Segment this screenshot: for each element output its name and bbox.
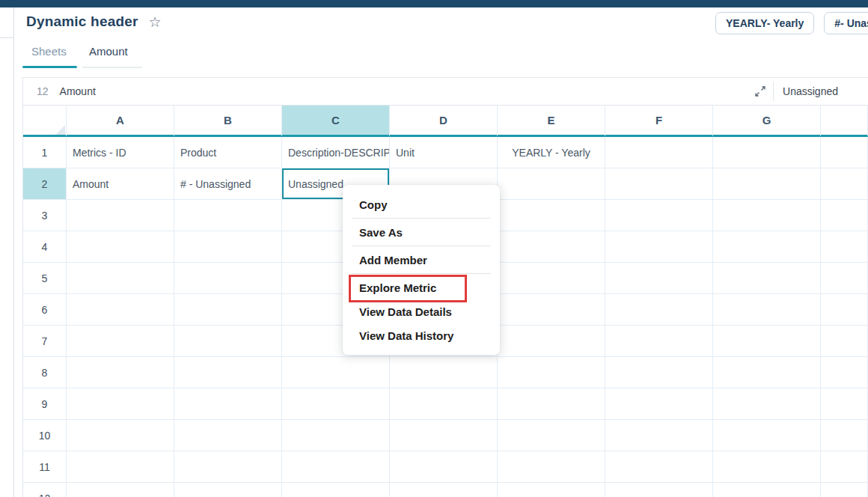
- cell-D10[interactable]: [390, 420, 498, 451]
- cell-G4[interactable]: [713, 231, 821, 263]
- cell-F7[interactable]: [605, 326, 713, 357]
- cell-E8[interactable]: [498, 357, 605, 388]
- cell-F3[interactable]: [605, 200, 713, 231]
- cell-C1[interactable]: Description-DESCRIP: [282, 137, 390, 168]
- cell-B6[interactable]: [174, 294, 282, 326]
- cell-F10[interactable]: [605, 420, 713, 451]
- cell-C10[interactable]: [282, 420, 390, 451]
- cell-G3[interactable]: [713, 200, 821, 231]
- row-header-12[interactable]: 12: [23, 483, 67, 497]
- row-header-7[interactable]: 7: [23, 326, 67, 357]
- select-all-corner[interactable]: [23, 106, 67, 137]
- cell-F11[interactable]: [605, 451, 713, 483]
- cell-F6[interactable]: [605, 294, 713, 326]
- menu-item-view-data-details[interactable]: View Data Details: [343, 299, 500, 323]
- cell-E9[interactable]: [498, 388, 605, 420]
- column-header-B[interactable]: B: [174, 106, 282, 137]
- cell-A3[interactable]: [67, 200, 174, 231]
- cell-B3[interactable]: [174, 200, 282, 231]
- cell-partial7[interactable]: [821, 326, 868, 357]
- cell-B7[interactable]: [174, 326, 282, 357]
- cell-D11[interactable]: [390, 451, 498, 483]
- cell-G5[interactable]: [713, 263, 821, 294]
- cell-B5[interactable]: [174, 263, 282, 294]
- cell-F2[interactable]: [605, 168, 713, 200]
- cell-F4[interactable]: [605, 231, 713, 263]
- cell-A12[interactable]: [67, 483, 174, 497]
- menu-item-explore-metric[interactable]: Explore Metric: [343, 275, 500, 299]
- cell-B9[interactable]: [174, 388, 282, 420]
- cell-G6[interactable]: [713, 294, 821, 326]
- cell-C11[interactable]: [282, 451, 390, 483]
- cell-E10[interactable]: [498, 420, 605, 451]
- cell-E6[interactable]: [498, 294, 605, 326]
- header-chip-1[interactable]: #- Unassigne: [824, 12, 868, 34]
- cell-F8[interactable]: [605, 357, 713, 388]
- cell-A2[interactable]: Amount: [67, 168, 174, 200]
- cell-G8[interactable]: [713, 357, 821, 388]
- cell-G7[interactable]: [713, 326, 821, 357]
- cell-C8[interactable]: [282, 357, 390, 388]
- cell-G9[interactable]: [713, 388, 821, 420]
- cell-partial11[interactable]: [821, 451, 868, 483]
- cell-E7[interactable]: [498, 326, 605, 357]
- cell-D8[interactable]: [390, 357, 498, 388]
- menu-item-save-as[interactable]: Save As: [343, 220, 500, 244]
- menu-item-add-member[interactable]: Add Member: [343, 248, 500, 272]
- cell-A6[interactable]: [67, 294, 174, 326]
- row-header-5[interactable]: 5: [23, 263, 67, 294]
- column-header-G[interactable]: G: [713, 106, 821, 137]
- cell-G1[interactable]: [713, 137, 821, 168]
- cell-E11[interactable]: [498, 451, 605, 483]
- column-header-partial[interactable]: [821, 106, 868, 137]
- row-header-3[interactable]: 3: [23, 200, 67, 231]
- header-chip-0[interactable]: YEARLY- Yearly: [715, 12, 814, 34]
- tab-amount[interactable]: Amount: [89, 45, 128, 58]
- cell-A10[interactable]: [67, 420, 174, 451]
- cell-B8[interactable]: [174, 357, 282, 388]
- cell-C12[interactable]: [282, 483, 390, 497]
- cell-partial8[interactable]: [821, 357, 868, 388]
- cell-partial2[interactable]: [821, 168, 868, 200]
- column-header-D[interactable]: D: [390, 106, 498, 137]
- cell-B4[interactable]: [174, 231, 282, 263]
- menu-item-view-data-history[interactable]: View Data History: [343, 323, 500, 347]
- cell-G10[interactable]: [713, 420, 821, 451]
- cell-partial5[interactable]: [821, 263, 868, 294]
- cell-A11[interactable]: [67, 451, 174, 483]
- row-header-6[interactable]: 6: [23, 294, 67, 326]
- cell-G11[interactable]: [713, 451, 821, 483]
- menu-item-copy[interactable]: Copy: [343, 192, 500, 216]
- cell-E2[interactable]: [498, 168, 605, 200]
- cell-D1[interactable]: Unit: [390, 137, 498, 168]
- cell-partial3[interactable]: [821, 200, 868, 231]
- cell-B1[interactable]: Product: [174, 137, 282, 168]
- cell-partial10[interactable]: [821, 420, 868, 451]
- cell-C9[interactable]: [282, 388, 390, 420]
- column-header-C[interactable]: C: [282, 106, 390, 137]
- cell-G12[interactable]: [713, 483, 821, 497]
- cell-A9[interactable]: [67, 388, 174, 420]
- cell-E3[interactable]: [498, 200, 605, 231]
- row-header-10[interactable]: 10: [23, 420, 67, 451]
- cell-B2[interactable]: # - Unassigned: [174, 168, 282, 200]
- cell-E1[interactable]: YEARLY - Yearly: [498, 137, 605, 168]
- column-header-E[interactable]: E: [498, 106, 605, 137]
- cell-A1[interactable]: Metrics - ID: [67, 137, 174, 168]
- cell-E5[interactable]: [498, 263, 605, 294]
- cell-F1[interactable]: [605, 137, 713, 168]
- cell-B12[interactable]: [174, 483, 282, 497]
- row-header-9[interactable]: 9: [23, 388, 67, 420]
- cell-F9[interactable]: [605, 388, 713, 420]
- row-header-8[interactable]: 8: [23, 357, 67, 388]
- cell-E4[interactable]: [498, 231, 605, 263]
- cell-partial1[interactable]: [821, 137, 868, 168]
- cell-partial6[interactable]: [821, 294, 868, 326]
- cell-A4[interactable]: [67, 231, 174, 263]
- formula-input[interactable]: Amount: [60, 85, 748, 97]
- row-header-4[interactable]: 4: [23, 231, 67, 263]
- row-header-1[interactable]: 1: [23, 137, 67, 168]
- cell-partial9[interactable]: [821, 388, 868, 420]
- cell-D9[interactable]: [390, 388, 498, 420]
- cell-B10[interactable]: [174, 420, 282, 451]
